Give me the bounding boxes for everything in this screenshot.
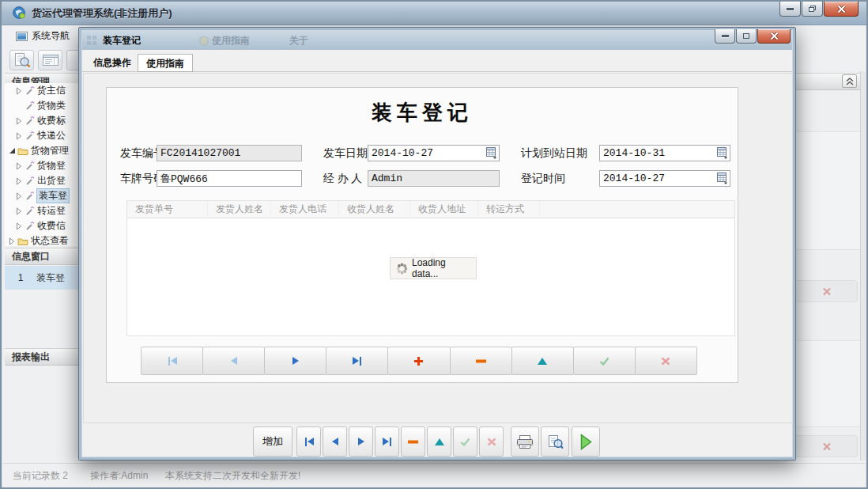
statusbar: 当前记录数 2 操作者:Admin 本系统支持二次开发和全新开发! xyxy=(3,463,865,487)
minus-icon xyxy=(408,440,418,444)
column-transfer-mode[interactable]: 转运方式 xyxy=(478,201,540,218)
tab-usage-guide[interactable]: 使用指南 xyxy=(138,54,193,72)
nav-edit-button[interactable] xyxy=(427,426,451,457)
background-panel-block xyxy=(796,131,860,250)
maximize-icon xyxy=(743,33,749,39)
nav-last-button[interactable] xyxy=(375,426,399,457)
wand-icon xyxy=(25,206,35,216)
calendar-picker-button[interactable] xyxy=(715,172,729,185)
folder-icon xyxy=(17,146,28,156)
depart-no-field[interactable]: FC20141027001 xyxy=(157,145,302,161)
menu-system-nav[interactable]: 系统导航 xyxy=(9,28,76,44)
dbnav-prior-button[interactable] xyxy=(202,347,265,375)
collapsed-arrow-icon[interactable] xyxy=(15,177,23,185)
collapsed-arrow-icon[interactable] xyxy=(15,162,23,170)
tree-item-label: 货物登 xyxy=(37,159,66,172)
system-nav-icon xyxy=(16,32,28,41)
print-button[interactable] xyxy=(511,426,539,457)
detail-grid: 发货单号 发货人姓名 发货人电话 收货人姓名 收货人地址 转运方式 xyxy=(126,200,735,336)
depart-no-value: FC20141027001 xyxy=(160,147,240,159)
dbnav-delete-button[interactable] xyxy=(450,347,512,375)
dbnav-first-button[interactable] xyxy=(141,347,203,375)
dbnav-cancel-button[interactable] xyxy=(635,347,697,375)
operator-field[interactable]: Admin xyxy=(368,170,500,187)
register-time-value: 2014-10-27 xyxy=(603,172,665,184)
nav-cancel-button[interactable] xyxy=(479,426,504,457)
calendar-picker-button[interactable] xyxy=(485,146,498,160)
dbnav-last-button[interactable] xyxy=(326,347,388,375)
nav-prior-button[interactable] xyxy=(323,426,347,457)
column-shipment-no[interactable]: 发货单号 xyxy=(127,201,208,218)
collapsed-arrow-icon[interactable] xyxy=(15,222,23,230)
nav-delete-button[interactable] xyxy=(401,426,425,457)
faded-x-icon xyxy=(822,442,832,451)
form-view-button[interactable] xyxy=(38,50,62,70)
menu-usage-guide[interactable]: 使用指南 xyxy=(199,31,250,50)
dbnav-edit-button[interactable] xyxy=(511,347,574,375)
form-title: 装车登记 xyxy=(107,99,738,127)
dialog-maximize-button[interactable] xyxy=(736,29,757,44)
dialog-close-button[interactable] xyxy=(757,29,791,44)
tab-info-operation[interactable]: 信息操作 xyxy=(85,54,139,72)
menu-usage-guide-label: 使用指南 xyxy=(212,31,250,50)
tree-item-label: 收费标 xyxy=(37,114,66,127)
nav-next-button[interactable] xyxy=(349,426,373,457)
expanded-arrow-icon[interactable] xyxy=(8,147,16,154)
collapsed-arrow-icon[interactable] xyxy=(15,192,23,200)
calendar-icon xyxy=(717,147,728,159)
collapsed-arrow-icon[interactable] xyxy=(15,87,23,95)
plate-no-field[interactable]: 鲁PQW666 xyxy=(157,170,302,187)
calendar-picker-button[interactable] xyxy=(715,146,729,160)
restore-icon xyxy=(809,6,816,12)
nav-first-button[interactable] xyxy=(296,426,321,457)
tree-item-label: 状态查看 xyxy=(31,234,69,246)
column-filler xyxy=(540,201,734,218)
status-message: 本系统支持二次开发和全新开发! xyxy=(165,469,300,483)
background-close-button[interactable] xyxy=(796,435,858,457)
nav-post-button[interactable] xyxy=(453,426,477,457)
add-button-label: 增加 xyxy=(262,434,283,449)
search-document-icon xyxy=(13,52,31,68)
tree-item-label: 转运登 xyxy=(37,204,66,218)
collapse-panel-button[interactable] xyxy=(842,74,857,88)
minimize-button[interactable] xyxy=(779,2,801,17)
collapsed-arrow-icon[interactable] xyxy=(15,132,23,140)
restore-button[interactable] xyxy=(802,2,823,17)
collapsed-arrow-icon[interactable] xyxy=(15,207,23,215)
print-preview-button[interactable] xyxy=(541,426,569,457)
wand-icon xyxy=(25,100,35,111)
wand-icon xyxy=(25,161,35,171)
wand-icon xyxy=(25,116,35,126)
wand-icon xyxy=(25,131,35,141)
dialog-minimize-button[interactable] xyxy=(715,29,735,44)
wand-icon xyxy=(25,191,35,201)
info-row-index: 1 xyxy=(5,272,36,283)
close-icon xyxy=(836,5,847,13)
column-sender-name[interactable]: 发货人姓名 xyxy=(208,201,271,218)
collapsed-arrow-icon[interactable] xyxy=(15,117,23,125)
tree-item-label: 收费信 xyxy=(37,219,66,233)
dbnav-insert-button[interactable] xyxy=(387,347,450,375)
tree-item-label: 出货登 xyxy=(37,174,66,188)
register-time-field[interactable]: 2014-10-27 xyxy=(599,170,730,187)
run-button[interactable] xyxy=(572,426,600,457)
collapsed-arrow-icon[interactable] xyxy=(8,237,16,245)
calendar-icon xyxy=(486,147,497,159)
wand-icon xyxy=(25,85,35,96)
close-button[interactable] xyxy=(824,2,859,17)
menu-about[interactable]: 关于 xyxy=(289,31,308,50)
column-receiver-address[interactable]: 收货人地址 xyxy=(410,201,478,218)
loading-text: Loading data... xyxy=(412,257,470,279)
add-button[interactable]: 增加 xyxy=(253,426,292,457)
depart-date-label: 发车日期 xyxy=(323,145,368,162)
column-sender-phone[interactable]: 发货人电话 xyxy=(271,201,339,218)
vertical-scrollbar[interactable] xyxy=(860,71,867,461)
depart-date-field[interactable]: 2014-10-27 xyxy=(368,145,500,161)
search-button[interactable] xyxy=(9,50,34,70)
background-close-button[interactable] xyxy=(796,280,858,302)
dbnav-post-button[interactable] xyxy=(573,347,636,375)
grid-body[interactable]: Loading data... xyxy=(127,218,734,335)
dbnav-next-button[interactable] xyxy=(264,347,326,375)
column-receiver-name[interactable]: 收货人姓名 xyxy=(339,201,410,218)
planned-arrival-field[interactable]: 2014-10-31 xyxy=(599,145,730,161)
